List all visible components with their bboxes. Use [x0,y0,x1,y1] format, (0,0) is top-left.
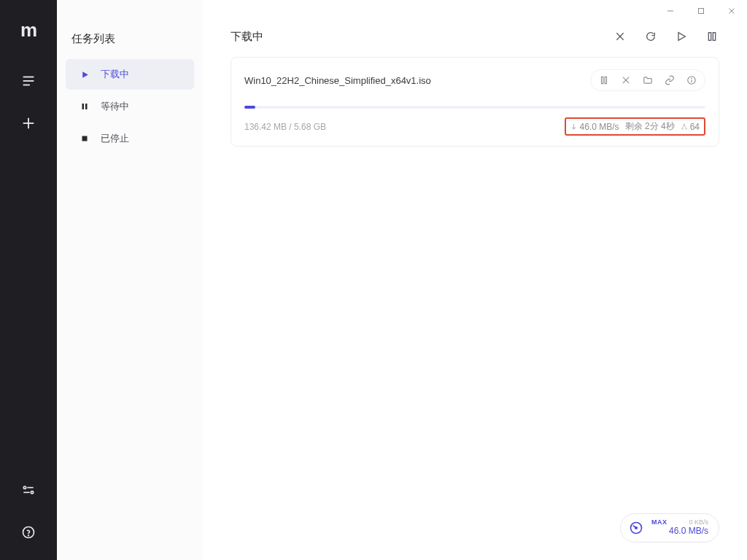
nav-rail: m [0,0,57,560]
svg-point-30 [692,78,692,79]
gauge-icon [628,520,644,536]
clear-button[interactable] [613,29,627,44]
svg-marker-11 [82,71,88,78]
svg-rect-14 [82,136,88,141]
sidebar-item-label: 已停止 [101,132,129,145]
pause-all-button[interactable] [705,29,719,44]
sidebar-item-waiting[interactable]: 等待中 [66,91,194,122]
task-link-button[interactable] [662,73,677,88]
resume-all-button[interactable] [674,29,689,44]
task-folder-button[interactable] [640,73,655,88]
task-delete-button[interactable] [619,73,633,88]
nav-tasks-button[interactable] [14,66,43,96]
svg-marker-21 [678,33,685,41]
speed-max-label: MAX [651,519,667,526]
nav-add-button[interactable] [14,109,43,138]
window-minimize-button[interactable] [665,6,676,16]
svg-point-34 [685,128,686,129]
window-close-button[interactable] [727,6,737,16]
sidebar-title: 任务列表 [57,32,203,58]
speed-current: 46.0 MB/s [651,526,708,536]
download-task[interactable]: Win10_22H2_Chinese_Simplified_x64v1.iso [231,57,719,147]
task-remaining: 剩余 2分 4秒 [625,120,675,133]
task-filename: Win10_22H2_Chinese_Simplified_x64v1.iso [244,75,590,86]
sidebar-item-stopped[interactable]: 已停止 [66,123,194,154]
svg-rect-16 [699,9,704,14]
svg-point-7 [31,491,33,494]
task-actions [590,69,705,91]
sidebar: 任务列表 下载中 等待中 已停止 [57,0,203,560]
task-speed: 46.0 MB/s [570,122,619,132]
task-progress-bar [244,106,705,109]
window-maximize-button[interactable] [696,6,706,16]
page-title: 下载中 [231,30,613,44]
refresh-button[interactable] [643,29,658,44]
svg-point-10 [28,535,29,536]
download-arrow-icon [570,123,578,131]
window-controls [665,6,737,16]
nav-settings-button[interactable] [14,475,43,505]
app-logo-icon: m [20,19,36,42]
main-panel: 下载中 Win10_22H2_Chinese_Simplified [203,0,747,560]
stop-icon [79,133,90,144]
speed-widget[interactable]: MAX 0 KB/s 46.0 MB/s [620,513,719,542]
task-pause-button[interactable] [597,73,611,88]
svg-point-33 [681,128,683,129]
sidebar-item-label: 下载中 [101,68,129,81]
pause-icon [79,101,90,112]
task-size-text: 136.42 MB / 5.68 GB [244,122,565,132]
svg-rect-24 [602,77,603,83]
svg-line-35 [682,125,684,128]
sidebar-item-label: 等待中 [101,100,129,113]
svg-point-38 [635,527,638,529]
svg-line-36 [684,125,686,128]
task-connections: 64 [681,122,700,132]
task-stats-annotation: 46.0 MB/s 剩余 2分 4秒 64 [565,117,705,136]
play-icon [79,69,90,80]
task-progress-fill [244,106,255,109]
svg-rect-25 [605,77,606,83]
task-info-button[interactable] [684,73,699,88]
svg-rect-12 [82,104,85,109]
sidebar-item-downloading[interactable]: 下载中 [66,59,194,90]
svg-rect-13 [85,104,88,109]
svg-rect-22 [708,33,711,41]
svg-point-5 [23,486,26,489]
connections-icon [681,123,688,131]
svg-rect-23 [713,33,715,41]
nav-help-button[interactable] [14,518,43,547]
svg-point-32 [684,124,685,125]
